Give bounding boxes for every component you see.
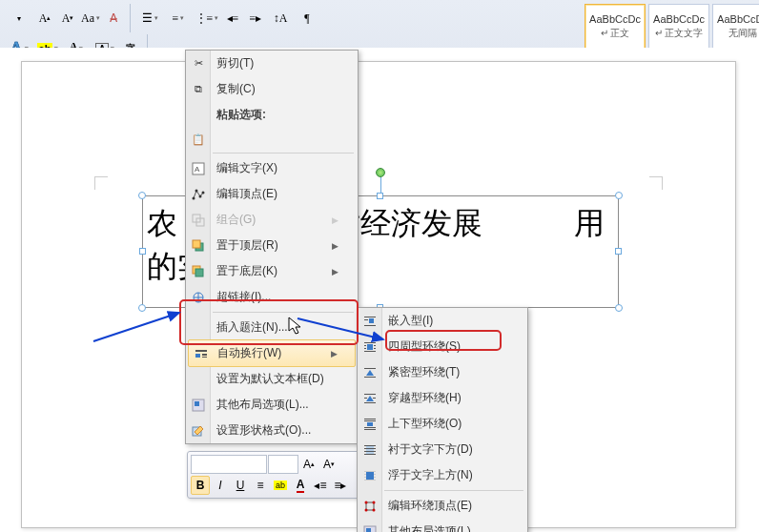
submenu-through[interactable]: 穿越型环绕(H) xyxy=(358,385,527,411)
style-label: ↵ 正文 xyxy=(601,27,630,40)
svg-rect-33 xyxy=(364,377,376,378)
mini-decrease-font-icon[interactable]: A▾ xyxy=(319,455,338,474)
decrease-indent-icon[interactable]: ◂≡ xyxy=(222,8,243,29)
svg-rect-30 xyxy=(364,351,376,352)
menu-default-textbox[interactable]: 设置为默认文本框(D) xyxy=(186,366,358,392)
menu-cut[interactable]: ✂ 剪切(T) xyxy=(186,51,358,76)
menu-edit-points[interactable]: 编辑顶点(E) xyxy=(186,181,358,207)
increase-font-icon[interactable]: A▴ xyxy=(34,8,55,29)
menu-bring-front[interactable]: 置于顶层(R)▶ xyxy=(186,233,358,258)
menu-text-wrap[interactable]: 自动换行(W)▶ xyxy=(188,339,356,367)
send-back-icon xyxy=(190,263,207,280)
wrap-through-icon xyxy=(361,390,379,407)
format-shape-icon xyxy=(190,422,207,440)
mini-italic-button[interactable]: I xyxy=(211,476,230,495)
style-sample: AaBbCcDc xyxy=(717,13,759,25)
menu-edit-text[interactable]: A 编辑文字(X) xyxy=(186,155,358,181)
style-item[interactable]: AaBbCcDc ↵ 正文文字 xyxy=(648,4,709,50)
mini-increase-font-icon[interactable]: A▴ xyxy=(299,455,318,474)
menu-hyperlink[interactable]: 超链接(I)... xyxy=(186,284,358,310)
svg-rect-16 xyxy=(202,357,207,358)
wrap-tight-icon xyxy=(361,364,379,381)
menu-send-back[interactable]: 置于底层(K)▶ xyxy=(186,258,358,284)
menu-insert-caption[interactable]: 插入题注(N)... xyxy=(186,315,358,340)
svg-marker-35 xyxy=(366,396,374,401)
submenu-behind[interactable]: 衬于文字下方(D) xyxy=(358,437,527,462)
wrap-submenu: 嵌入型(I) 四周型环绕(S) 紧密型环绕(T) 穿越型环绕(H) 上下型环绕(… xyxy=(357,307,528,532)
toggle-marks-icon[interactable]: ¶ xyxy=(297,8,318,29)
svg-rect-18 xyxy=(195,401,199,406)
increase-indent-icon[interactable]: ≡▸ xyxy=(245,8,266,29)
svg-rect-60 xyxy=(366,528,371,533)
layout-icon xyxy=(361,523,379,533)
svg-rect-43 xyxy=(364,429,376,430)
mini-indent-left-icon[interactable]: ◂≡ xyxy=(311,476,330,495)
menu-copy[interactable]: ⧉ 复制(C) xyxy=(186,76,358,102)
svg-rect-9 xyxy=(193,240,200,248)
resize-handle[interactable] xyxy=(615,192,623,199)
svg-rect-40 xyxy=(364,420,376,421)
multilevel-icon[interactable]: ⋮≡▾ xyxy=(194,8,220,29)
svg-rect-21 xyxy=(364,319,368,320)
resize-handle[interactable] xyxy=(139,248,146,255)
context-menu: ✂ 剪切(T) ⧉ 复制(C) 粘贴选项: 📋 A 编辑文字(X) 编辑顶点(E… xyxy=(185,50,359,444)
svg-rect-41 xyxy=(367,422,373,426)
mini-font-color-icon[interactable]: A xyxy=(291,476,310,495)
menu-other-layout[interactable]: 其他布局选项(L)... xyxy=(186,392,358,418)
submenu-more-layout[interactable]: 其他布局选项(L)... xyxy=(358,519,527,532)
bullets-icon[interactable]: ☰▾ xyxy=(136,8,163,29)
resize-handle[interactable] xyxy=(615,304,623,312)
mini-toolbar: A▴ A▾ B I U ≡ ab A ◂≡ ≡▸ ☰ xyxy=(187,451,374,499)
resize-handle[interactable] xyxy=(138,192,146,199)
submenu-topbottom[interactable]: 上下型环绕(O) xyxy=(358,411,527,437)
mini-indent-right-icon[interactable]: ≡▸ xyxy=(331,476,350,495)
svg-rect-27 xyxy=(374,345,376,346)
submenu-front[interactable]: 浮于文字上方(N) xyxy=(358,462,527,488)
wrap-inline-icon xyxy=(361,313,379,330)
edit-points-icon xyxy=(190,186,207,203)
wrap-front-icon xyxy=(361,467,379,484)
svg-rect-28 xyxy=(364,348,366,349)
submenu-inline[interactable]: 嵌入型(I) xyxy=(358,308,527,334)
svg-point-58 xyxy=(373,508,376,511)
submenu-edit-wrap-points[interactable]: 编辑环绕顶点(E) xyxy=(358,493,527,519)
resize-handle[interactable] xyxy=(615,248,622,255)
svg-point-5 xyxy=(202,191,205,194)
mini-highlight-icon[interactable]: ab xyxy=(271,476,290,495)
mini-bold-button[interactable]: B xyxy=(191,476,210,495)
svg-rect-31 xyxy=(364,368,376,369)
font-size-dropdown[interactable]: ▾ xyxy=(6,8,32,29)
menu-format-shape[interactable]: 设置形状格式(O)... xyxy=(186,418,358,443)
svg-point-4 xyxy=(199,194,202,197)
group-icon xyxy=(190,212,207,229)
mini-font-family-input[interactable] xyxy=(191,455,267,474)
resize-handle[interactable] xyxy=(138,304,146,312)
copy-icon: ⧉ xyxy=(190,81,207,98)
resize-handle[interactable] xyxy=(377,193,383,199)
decrease-font-icon[interactable]: A▾ xyxy=(57,8,78,29)
svg-rect-47 xyxy=(364,451,376,452)
svg-point-3 xyxy=(195,189,198,192)
submenu-square[interactable]: 四周型环绕(S) xyxy=(358,334,527,359)
wrap-behind-icon xyxy=(361,441,379,459)
submenu-tight[interactable]: 紧密型环绕(T) xyxy=(358,359,527,385)
style-item[interactable]: AaBbCcDc ↵ 正文 xyxy=(585,4,646,50)
clear-format-icon[interactable]: A̶ xyxy=(103,8,124,29)
svg-rect-23 xyxy=(364,325,376,326)
style-sample: AaBbCcDc xyxy=(653,13,705,25)
change-case-icon[interactable]: Aa▾ xyxy=(80,8,101,29)
wrap-square-icon xyxy=(361,338,379,356)
svg-rect-26 xyxy=(364,345,366,346)
svg-rect-34 xyxy=(364,394,376,395)
style-gallery[interactable]: AaBbCcDc ↵ 正文 AaBbCcDc ↵ 正文文字 AaBbCcDc 无… xyxy=(585,4,759,50)
sort-icon[interactable]: ↕A xyxy=(268,8,295,29)
rotation-handle-icon[interactable] xyxy=(376,168,385,177)
style-item[interactable]: AaBbCcDc 无间隔 xyxy=(712,4,759,50)
svg-rect-39 xyxy=(364,419,376,419)
svg-rect-44 xyxy=(366,446,374,454)
numbering-icon[interactable]: ≡▾ xyxy=(165,8,192,29)
mini-align-center-icon[interactable]: ≡ xyxy=(251,476,270,495)
mini-underline-button[interactable]: U xyxy=(231,476,250,495)
margin-mark-icon xyxy=(649,176,663,190)
mini-font-size-input[interactable] xyxy=(268,455,298,474)
